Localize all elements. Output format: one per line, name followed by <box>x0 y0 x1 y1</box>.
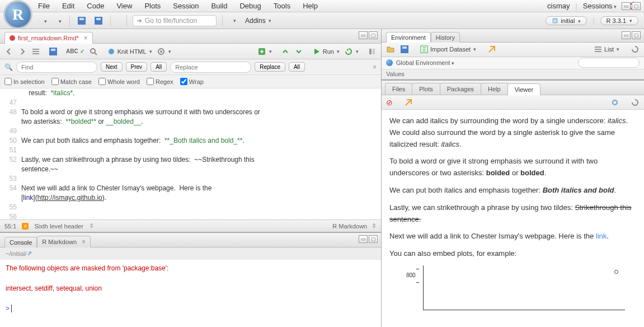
tab-console[interactable]: Console <box>4 237 37 247</box>
menu-file[interactable]: File <box>38 2 50 10</box>
close-find-icon[interactable]: × <box>373 63 377 71</box>
tab-plots[interactable]: Plots <box>412 83 440 95</box>
env-scope-menu[interactable]: Global Environment <box>396 59 454 66</box>
tab-packages[interactable]: Packages <box>440 83 481 95</box>
rerun-button[interactable] <box>344 47 359 56</box>
save-workspace-button[interactable] <box>401 45 408 53</box>
svg-rect-18 <box>373 49 375 54</box>
opt-match-case[interactable]: Match case <box>51 78 92 85</box>
project-menu[interactable]: Rinitial <box>546 16 587 25</box>
svg-point-13 <box>109 49 114 54</box>
replace-input[interactable] <box>170 62 251 73</box>
addins-menu[interactable]: Addins <box>243 16 274 26</box>
menu-view[interactable]: View <box>116 2 132 10</box>
plot-point-icon <box>614 270 618 274</box>
viewer-content[interactable]: We can add italics by surrounding the wo… <box>382 110 644 327</box>
console-tabbar: Console R Markdown× ▭ ▢ <box>0 233 381 247</box>
maximize-pane-button[interactable]: ▢ <box>369 31 378 39</box>
forward-button[interactable] <box>18 47 27 56</box>
minimize-viewer-button[interactable]: ▭ <box>622 2 631 10</box>
maximize-console-button[interactable]: ▢ <box>369 235 378 243</box>
save-doc-button[interactable] <box>49 48 57 55</box>
menu-tools[interactable]: Tools <box>274 2 290 10</box>
find-bar: 🔍 Next Prev All Replace All × <box>0 59 381 75</box>
opt-whole-word[interactable]: Whole word <box>98 78 140 85</box>
env-scope-bar: Global Environment <box>382 57 644 69</box>
find-input[interactable] <box>16 62 97 73</box>
find-next-button[interactable]: Next <box>101 62 123 72</box>
list-view-button[interactable]: List <box>594 45 619 54</box>
r-version-menu[interactable]: R 3.3.1 <box>600 16 638 25</box>
tab-first-rmarkdown[interactable]: first_rmarkdown.Rmd* × <box>4 32 93 44</box>
next-chunk-button[interactable] <box>294 47 303 56</box>
opt-in-selection[interactable]: In selection <box>4 78 45 85</box>
menu-debug[interactable]: Debug <box>239 2 261 10</box>
menu-session[interactable]: Session <box>173 2 199 10</box>
replace-all-button[interactable]: All <box>289 62 305 72</box>
refresh-env-button[interactable] <box>631 45 640 54</box>
outline-toggle-button[interactable] <box>368 47 377 56</box>
close-tab-icon[interactable]: × <box>84 34 88 42</box>
prev-chunk-button[interactable] <box>281 47 290 56</box>
language-label[interactable]: R Markdown <box>332 223 367 230</box>
search-icon: 🔍 <box>4 63 13 71</box>
back-button[interactable] <box>4 47 13 56</box>
insert-chunk-button[interactable] <box>257 47 272 56</box>
close-icon[interactable]: × <box>82 238 86 246</box>
minimize-pane-button[interactable]: ▭ <box>359 31 368 39</box>
tab-viewer[interactable]: Viewer <box>507 83 540 95</box>
source-editor[interactable]: result: *italics*.47 48To bold a word or… <box>0 88 381 219</box>
maximize-env-button[interactable]: ▢ <box>632 31 641 39</box>
load-workspace-button[interactable] <box>386 45 395 54</box>
env-search-input[interactable] <box>578 58 640 68</box>
spell-check-button[interactable]: ABC✓ <box>66 48 84 54</box>
find-all-button[interactable]: All <box>151 62 167 72</box>
save-button[interactable] <box>76 16 88 26</box>
sync-viewer-button[interactable] <box>610 98 619 107</box>
tab-environment[interactable]: Environment <box>386 32 431 43</box>
maximize-viewer-button[interactable]: ▢ <box>632 2 641 10</box>
knit-button[interactable]: Knit HTML <box>107 47 152 56</box>
minimize-env-button[interactable]: ▭ <box>622 31 631 39</box>
grid-button[interactable] <box>228 17 238 25</box>
svg-text:R: R <box>554 18 557 24</box>
tab-help[interactable]: Help <box>481 83 508 95</box>
save-all-button[interactable] <box>92 16 105 26</box>
menu-plots[interactable]: Plots <box>144 2 161 10</box>
env-tabbar: Environment History ▭ ▢ <box>382 29 644 43</box>
refresh-viewer-button[interactable] <box>631 98 640 107</box>
replace-button[interactable]: Replace <box>255 62 285 72</box>
find-prev-button[interactable]: Prev <box>126 62 148 72</box>
open-file-button[interactable] <box>54 16 64 26</box>
sessions-menu[interactable]: Sessions <box>583 2 617 10</box>
run-button[interactable]: Run <box>312 47 340 56</box>
globe-icon <box>386 59 393 66</box>
show-outline-button[interactable] <box>31 47 40 56</box>
menu-edit[interactable]: Edit <box>62 2 74 10</box>
console-output[interactable]: The following objects are masked from 'p… <box>0 260 381 327</box>
goto-dir-icon[interactable]: ⇗ <box>27 250 32 257</box>
new-file-button[interactable] <box>39 16 49 26</box>
remove-viewer-button[interactable]: ⊘ <box>386 98 393 107</box>
section-icon: # <box>22 223 29 230</box>
menu-help[interactable]: Help <box>303 2 318 10</box>
find-options: In selection Match case Whole word Regex… <box>0 75 381 88</box>
menu-code[interactable]: Code <box>87 2 104 10</box>
import-dataset-button[interactable]: Import Dataset <box>420 45 476 54</box>
ismay-link[interactable]: link <box>596 232 607 240</box>
section-label[interactable]: Sixth level header <box>34 223 83 230</box>
clear-env-button[interactable] <box>487 45 496 54</box>
tab-history[interactable]: History <box>431 32 460 43</box>
menu-build[interactable]: Build <box>211 2 228 10</box>
opt-wrap[interactable]: Wrap <box>180 78 204 85</box>
minimize-console-button[interactable]: ▭ <box>359 235 368 243</box>
gear-button[interactable] <box>157 47 171 56</box>
goto-input[interactable]: ➜Go to file/function <box>133 15 217 26</box>
tab-files[interactable]: Files <box>385 83 412 95</box>
clear-viewer-button[interactable] <box>404 98 413 107</box>
find-button[interactable] <box>89 47 98 56</box>
print-button[interactable] <box>116 20 121 22</box>
tab-rmarkdown[interactable]: R Markdown× <box>37 236 91 247</box>
opt-regex[interactable]: Regex <box>147 78 173 85</box>
editor-toolbar: ABC✓ Knit HTML Run <box>0 44 381 59</box>
